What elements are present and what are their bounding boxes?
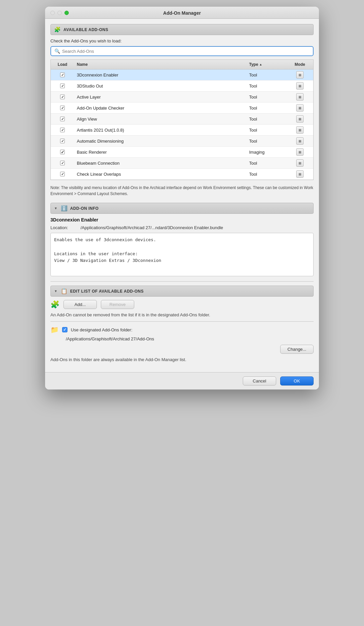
checkbox-icon[interactable] (60, 106, 65, 110)
row-name: Active Layer (74, 93, 246, 101)
row-checkbox[interactable] (51, 104, 74, 112)
table-row[interactable]: Align View Tool ⊞ (51, 114, 313, 125)
folder-section: 📁 ✓ Use designated Add-Ons folder: (50, 326, 314, 334)
row-type: Tool (246, 115, 287, 123)
row-checkbox[interactable] (51, 137, 74, 145)
row-mode: ⊞ (287, 169, 313, 179)
row-mode: ⊞ (287, 81, 313, 91)
table-row[interactable]: Bluebeam Connection Tool ⊞ (51, 158, 313, 169)
table-row[interactable]: Active Layer Tool ⊞ (51, 92, 313, 103)
row-name: Add-On Update Checker (74, 104, 246, 112)
divider2 (50, 321, 314, 322)
row-type: Imaging (246, 148, 287, 156)
row-name: Check Linear Overlaps (74, 170, 246, 178)
minimize-button[interactable] (57, 11, 62, 15)
maximize-button[interactable] (64, 11, 69, 15)
row-type: Tool (246, 104, 287, 112)
table-row[interactable]: Add-On Update Checker Tool ⊞ (51, 103, 313, 114)
mode-icon: ⊞ (296, 126, 304, 134)
row-checkbox[interactable] (51, 170, 74, 178)
sort-arrow-icon: ▲ (259, 63, 262, 66)
table-header: Load Name Type ▲ Mode (51, 60, 313, 69)
row-name: 3DStudio Out (74, 82, 246, 90)
row-type: Tool (246, 82, 287, 90)
addon-info-header: ▼ ℹ️ ADD-ON INFO (50, 203, 314, 214)
use-folder-checkbox[interactable]: ✓ (62, 327, 67, 332)
row-name: Automatic Dimensioning (74, 137, 246, 145)
edit-section: 🧩 Add... Remove An Add-On cannot be remo… (50, 300, 314, 362)
close-button[interactable] (50, 11, 55, 15)
table-row[interactable]: 3DStudio Out Tool ⊞ (51, 81, 313, 92)
col-mode: Mode (287, 61, 313, 68)
search-icon: 🔍 (54, 48, 60, 54)
checkbox-icon[interactable] (60, 84, 65, 88)
checkbox-icon[interactable] (60, 172, 65, 176)
note-text: Note: The visibility and menu location o… (50, 183, 314, 198)
mode-icon: ⊞ (296, 137, 304, 145)
row-type: Tool (246, 93, 287, 101)
checkbox-icon[interactable] (60, 72, 65, 77)
search-input[interactable] (62, 49, 310, 54)
checkbox-icon[interactable] (60, 161, 65, 165)
checkbox-icon[interactable] (60, 128, 65, 132)
location-path: /Applications/Graphisoft/Archicad 27/...… (80, 225, 223, 230)
mode-icon: ⊞ (296, 93, 304, 101)
ok-button[interactable]: OK (280, 376, 314, 385)
addon-description[interactable]: Enables the use of 3dconnexion devices. … (50, 233, 314, 276)
add-remove-row: 🧩 Add... Remove (50, 300, 314, 309)
addon-info-section: 3Dconnexion Enabler Location: /Applicati… (50, 217, 314, 277)
row-checkbox[interactable]: ✓ (51, 148, 74, 156)
row-mode: ⊞ (287, 69, 313, 80)
row-checkbox[interactable] (51, 126, 74, 134)
row-name: 3Dconnexion Enabler (74, 71, 246, 79)
col-load: Load (51, 61, 74, 68)
folder-icon: 📁 (50, 326, 59, 334)
remove-button[interactable]: Remove (101, 300, 134, 309)
collapse-icon[interactable]: ▼ (54, 206, 57, 210)
table-body: 3Dconnexion Enabler Tool ⊞ 3DStudio Out … (51, 69, 313, 180)
row-mode: ⊞ (287, 114, 313, 124)
mode-icon: ⊞ (296, 71, 304, 79)
table-row[interactable]: Automatic Dimensioning Tool ⊞ (51, 136, 313, 147)
location-row: Location: /Applications/Graphisoft/Archi… (50, 225, 314, 230)
add-button[interactable]: Add... (63, 300, 97, 309)
divider (50, 281, 314, 282)
table-row[interactable]: ✓ Basic Renderer Imaging ⊞ (51, 147, 313, 158)
mode-icon: ⊞ (296, 104, 304, 112)
table-row[interactable]: 3Dconnexion Enabler Tool ⊞ (51, 69, 313, 81)
change-button[interactable]: Change... (280, 345, 314, 354)
check-label: Check the Add-Ons you wish to load: (50, 38, 314, 43)
puzzle-icon: 🧩 (54, 26, 61, 33)
checkbox-icon[interactable] (60, 139, 65, 143)
row-checkbox[interactable] (51, 93, 74, 101)
cancel-button[interactable]: Cancel (243, 376, 276, 385)
row-mode: ⊞ (287, 125, 313, 135)
add-addon-icon: 🧩 (50, 300, 59, 309)
row-checkbox[interactable] (51, 71, 74, 79)
row-name: Bluebeam Connection (74, 159, 246, 167)
row-name: Artlantis 2021 Out(1.0.8) (74, 126, 246, 134)
checkbox-icon[interactable] (60, 95, 65, 99)
col-type[interactable]: Type ▲ (246, 61, 287, 68)
row-name: Basic Renderer (74, 148, 246, 156)
traffic-lights (50, 11, 69, 15)
table-row[interactable]: Artlantis 2021 Out(1.0.8) Tool ⊞ (51, 125, 313, 136)
title-bar: Add-On Manager (45, 7, 319, 19)
row-checkbox[interactable] (51, 115, 74, 123)
edit-list-icon: 📋 (61, 288, 67, 294)
table-row[interactable]: Check Linear Overlaps Tool ⊞ (51, 169, 313, 180)
row-type: Tool (246, 159, 287, 167)
col-name: Name (74, 61, 246, 68)
row-type: Tool (246, 137, 287, 145)
checkbox-icon[interactable]: ✓ (60, 150, 65, 154)
row-mode: ⊞ (287, 147, 313, 157)
cannot-remove-text: An Add-On cannot be removed from the lis… (50, 312, 314, 317)
available-addons-title: AVAILABLE ADD-ONS (63, 27, 108, 32)
row-checkbox[interactable] (51, 159, 74, 167)
location-label: Location: (50, 225, 80, 230)
row-checkbox[interactable] (51, 82, 74, 90)
collapse-edit-icon[interactable]: ▼ (54, 289, 57, 293)
checkbox-icon[interactable] (60, 117, 65, 121)
col-type-label: Type (249, 62, 258, 67)
mode-icon: ⊞ (296, 159, 304, 167)
